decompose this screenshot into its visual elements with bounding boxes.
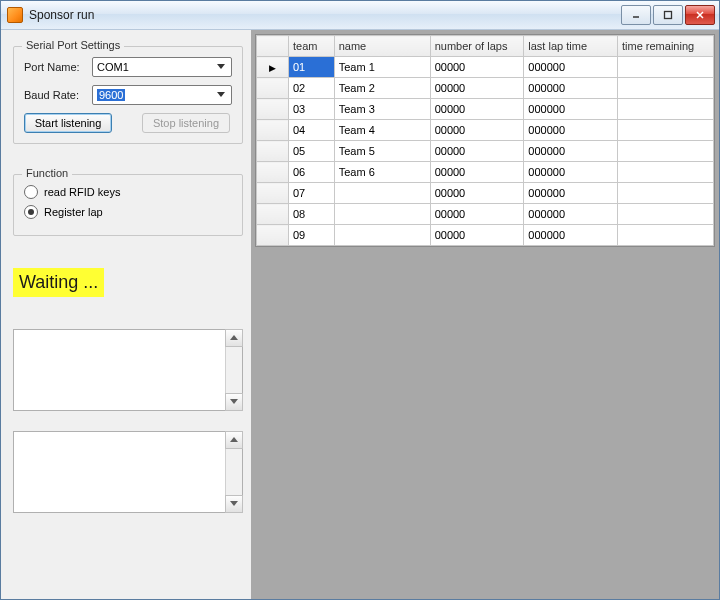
cell-laps[interactable]: 00000 (430, 57, 524, 78)
app-icon (7, 7, 23, 23)
cell-remaining[interactable] (617, 162, 713, 183)
cell-team[interactable]: 01 (288, 57, 334, 78)
row-header[interactable] (257, 78, 289, 99)
cell-last[interactable]: 000000 (524, 57, 618, 78)
baud-combobox[interactable]: 9600 (92, 85, 232, 105)
cell-remaining[interactable] (617, 120, 713, 141)
chevron-down-icon (213, 87, 229, 103)
cell-name[interactable] (334, 225, 430, 246)
radio-read-rfid[interactable]: read RFID keys (24, 185, 232, 199)
scroll-down-icon[interactable] (225, 495, 243, 513)
grid-corner[interactable] (257, 36, 289, 57)
cell-team[interactable]: 08 (288, 204, 334, 225)
table-row[interactable]: 03Team 300000000000 (257, 99, 714, 120)
cell-laps[interactable]: 00000 (430, 141, 524, 162)
cell-laps[interactable]: 00000 (430, 225, 524, 246)
cell-name[interactable]: Team 3 (334, 99, 430, 120)
radio-read-label: read RFID keys (44, 186, 120, 198)
log-list-1[interactable] (13, 329, 243, 411)
cell-last[interactable]: 000000 (524, 162, 618, 183)
row-header[interactable]: ▶ (257, 57, 289, 78)
cell-team[interactable]: 06 (288, 162, 334, 183)
col-remaining[interactable]: time remaining (617, 36, 713, 57)
cell-name[interactable]: Team 4 (334, 120, 430, 141)
cell-name[interactable] (334, 183, 430, 204)
log-list-2[interactable] (13, 431, 243, 513)
table-row[interactable]: 0900000000000 (257, 225, 714, 246)
table-row[interactable]: 0700000000000 (257, 183, 714, 204)
scrollbar[interactable] (225, 432, 242, 512)
row-header[interactable] (257, 99, 289, 120)
cell-laps[interactable]: 00000 (430, 120, 524, 141)
cell-remaining[interactable] (617, 78, 713, 99)
maximize-button[interactable] (653, 5, 683, 25)
cell-team[interactable]: 03 (288, 99, 334, 120)
row-header[interactable] (257, 162, 289, 183)
row-header[interactable] (257, 183, 289, 204)
cell-team[interactable]: 09 (288, 225, 334, 246)
scroll-up-icon[interactable] (225, 329, 243, 347)
cell-last[interactable]: 000000 (524, 78, 618, 99)
cell-remaining[interactable] (617, 99, 713, 120)
row-header[interactable] (257, 225, 289, 246)
cell-name[interactable]: Team 5 (334, 141, 430, 162)
app-window: Sponsor run Serial Port Settings Port Na… (0, 0, 720, 600)
row-header[interactable] (257, 204, 289, 225)
table-row[interactable]: ▶01Team 100000000000 (257, 57, 714, 78)
minimize-icon (631, 10, 641, 20)
function-legend: Function (22, 167, 72, 179)
radio-register-lap[interactable]: Register lap (24, 205, 232, 219)
col-laps[interactable]: number of laps (430, 36, 524, 57)
table-row[interactable]: 0800000000000 (257, 204, 714, 225)
cell-laps[interactable]: 00000 (430, 204, 524, 225)
cell-name[interactable]: Team 6 (334, 162, 430, 183)
port-combobox[interactable]: COM1 (92, 57, 232, 77)
cell-remaining[interactable] (617, 141, 713, 162)
cell-last[interactable]: 000000 (524, 141, 618, 162)
grid-header-row: team name number of laps last lap time t… (257, 36, 714, 57)
svg-marker-6 (230, 335, 238, 340)
cell-last[interactable]: 000000 (524, 225, 618, 246)
table-row[interactable]: 02Team 200000000000 (257, 78, 714, 99)
serial-settings-legend: Serial Port Settings (22, 39, 124, 51)
scroll-up-icon[interactable] (225, 431, 243, 449)
row-header[interactable] (257, 141, 289, 162)
cell-remaining[interactable] (617, 225, 713, 246)
left-panel: Serial Port Settings Port Name: COM1 Bau… (1, 30, 251, 599)
cell-team[interactable]: 07 (288, 183, 334, 204)
svg-marker-8 (230, 437, 238, 442)
cell-last[interactable]: 000000 (524, 99, 618, 120)
cell-laps[interactable]: 00000 (430, 99, 524, 120)
col-name[interactable]: name (334, 36, 430, 57)
chevron-down-icon (213, 59, 229, 75)
close-button[interactable] (685, 5, 715, 25)
client-area: Serial Port Settings Port Name: COM1 Bau… (1, 30, 719, 599)
table-row[interactable]: 05Team 500000000000 (257, 141, 714, 162)
cell-team[interactable]: 02 (288, 78, 334, 99)
cell-remaining[interactable] (617, 57, 713, 78)
cell-name[interactable]: Team 2 (334, 78, 430, 99)
cell-name[interactable]: Team 1 (334, 57, 430, 78)
cell-remaining[interactable] (617, 204, 713, 225)
table-row[interactable]: 04Team 400000000000 (257, 120, 714, 141)
cell-name[interactable] (334, 204, 430, 225)
start-listening-button[interactable]: Start listening (24, 113, 112, 133)
cell-team[interactable]: 04 (288, 120, 334, 141)
col-team[interactable]: team (288, 36, 334, 57)
scroll-down-icon[interactable] (225, 393, 243, 411)
cell-laps[interactable]: 00000 (430, 78, 524, 99)
cell-last[interactable]: 000000 (524, 204, 618, 225)
table-row[interactable]: 06Team 600000000000 (257, 162, 714, 183)
row-header[interactable] (257, 120, 289, 141)
teams-grid[interactable]: team name number of laps last lap time t… (255, 34, 715, 247)
scrollbar[interactable] (225, 330, 242, 410)
cell-last[interactable]: 000000 (524, 183, 618, 204)
cell-laps[interactable]: 00000 (430, 183, 524, 204)
col-last[interactable]: last lap time (524, 36, 618, 57)
cell-team[interactable]: 05 (288, 141, 334, 162)
stop-listening-button[interactable]: Stop listening (142, 113, 230, 133)
cell-remaining[interactable] (617, 183, 713, 204)
cell-laps[interactable]: 00000 (430, 162, 524, 183)
minimize-button[interactable] (621, 5, 651, 25)
cell-last[interactable]: 000000 (524, 120, 618, 141)
